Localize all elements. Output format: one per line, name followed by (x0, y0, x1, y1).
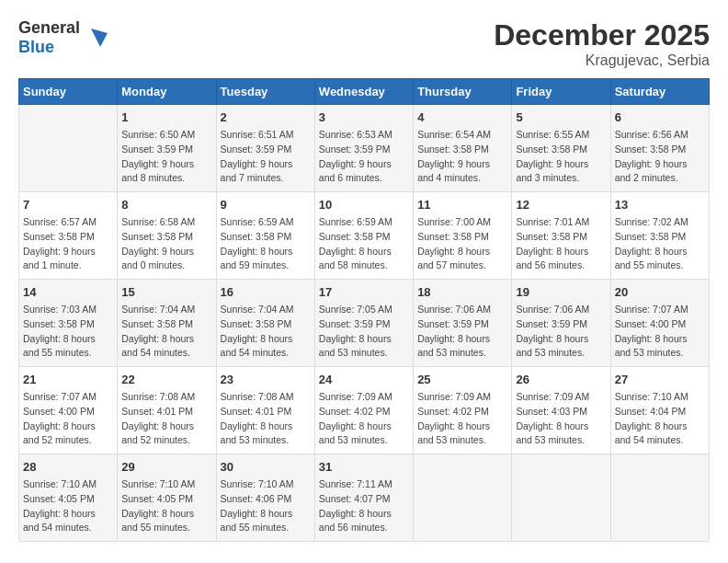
day-number: 15 (121, 285, 211, 299)
calendar-cell: 29Sunrise: 7:10 AMSunset: 4:05 PMDayligh… (118, 454, 216, 542)
calendar-cell: 22Sunrise: 7:08 AMSunset: 4:01 PMDayligh… (118, 367, 216, 454)
day-number: 1 (121, 110, 211, 124)
calendar-cell (512, 454, 610, 542)
calendar-cell: 12Sunrise: 7:01 AMSunset: 3:58 PMDayligh… (512, 192, 610, 280)
day-info: Sunrise: 6:59 AMSunset: 3:58 PMDaylight:… (319, 215, 409, 273)
day-info: Sunrise: 6:53 AMSunset: 3:59 PMDaylight:… (319, 128, 409, 186)
calendar-cell: 26Sunrise: 7:09 AMSunset: 4:03 PMDayligh… (512, 367, 610, 454)
day-number: 28 (23, 460, 113, 474)
day-info: Sunrise: 6:55 AMSunset: 3:58 PMDaylight:… (516, 128, 606, 186)
day-number: 16 (221, 285, 311, 299)
calendar-cell: 30Sunrise: 7:10 AMSunset: 4:06 PMDayligh… (216, 454, 314, 542)
day-number: 5 (516, 110, 606, 124)
calendar-week-2: 7Sunrise: 6:57 AMSunset: 3:58 PMDaylight… (19, 192, 710, 280)
calendar-cell: 28Sunrise: 7:10 AMSunset: 4:05 PMDayligh… (19, 454, 118, 542)
day-info: Sunrise: 6:51 AMSunset: 3:59 PMDaylight:… (221, 128, 311, 186)
day-number: 12 (516, 198, 606, 212)
day-info: Sunrise: 7:10 AMSunset: 4:05 PMDaylight:… (23, 477, 113, 535)
day-info: Sunrise: 7:09 AMSunset: 4:02 PMDaylight:… (417, 390, 507, 448)
header-day-monday: Monday (118, 79, 216, 105)
calendar-week-3: 14Sunrise: 7:03 AMSunset: 3:58 PMDayligh… (19, 280, 710, 367)
calendar-cell (610, 454, 709, 542)
calendar-header-row: SundayMondayTuesdayWednesdayThursdayFrid… (19, 79, 710, 105)
day-number: 17 (319, 285, 409, 299)
day-number: 20 (615, 285, 705, 299)
calendar-cell: 10Sunrise: 6:59 AMSunset: 3:58 PMDayligh… (314, 192, 413, 280)
calendar-cell: 1Sunrise: 6:50 AMSunset: 3:59 PMDaylight… (118, 105, 216, 192)
day-info: Sunrise: 6:56 AMSunset: 3:58 PMDaylight:… (615, 128, 705, 186)
day-number: 27 (615, 373, 705, 386)
day-info: Sunrise: 7:10 AMSunset: 4:05 PMDaylight:… (121, 477, 211, 535)
day-info: Sunrise: 7:01 AMSunset: 3:58 PMDaylight:… (516, 215, 606, 273)
calendar-cell: 6Sunrise: 6:56 AMSunset: 3:58 PMDaylight… (610, 105, 709, 192)
day-info: Sunrise: 7:07 AMSunset: 4:00 PMDaylight:… (615, 303, 705, 361)
day-info: Sunrise: 7:10 AMSunset: 4:04 PMDaylight:… (615, 390, 705, 448)
day-number: 10 (319, 198, 409, 212)
day-number: 30 (221, 460, 311, 474)
calendar-cell: 24Sunrise: 7:09 AMSunset: 4:02 PMDayligh… (314, 367, 413, 454)
logo-icon (82, 24, 109, 52)
day-number: 23 (221, 373, 311, 386)
day-info: Sunrise: 6:58 AMSunset: 3:58 PMDaylight:… (121, 215, 211, 273)
day-info: Sunrise: 7:03 AMSunset: 3:58 PMDaylight:… (23, 303, 113, 361)
calendar-cell (414, 454, 512, 542)
day-info: Sunrise: 7:06 AMSunset: 3:59 PMDaylight:… (417, 303, 507, 361)
day-number: 6 (615, 110, 705, 124)
day-info: Sunrise: 6:59 AMSunset: 3:58 PMDaylight:… (221, 215, 311, 273)
calendar-cell: 3Sunrise: 6:53 AMSunset: 3:59 PMDaylight… (314, 105, 413, 192)
calendar-cell: 25Sunrise: 7:09 AMSunset: 4:02 PMDayligh… (414, 367, 512, 454)
calendar-cell: 7Sunrise: 6:57 AMSunset: 3:58 PMDaylight… (19, 192, 118, 280)
day-info: Sunrise: 7:05 AMSunset: 3:59 PMDaylight:… (319, 303, 409, 361)
day-info: Sunrise: 7:10 AMSunset: 4:06 PMDaylight:… (221, 477, 311, 535)
calendar-cell: 17Sunrise: 7:05 AMSunset: 3:59 PMDayligh… (314, 280, 413, 367)
day-number: 14 (23, 285, 113, 299)
day-number: 4 (417, 110, 507, 124)
day-info: Sunrise: 7:06 AMSunset: 3:59 PMDaylight:… (516, 303, 606, 361)
day-info: Sunrise: 7:04 AMSunset: 3:58 PMDaylight:… (221, 303, 311, 361)
header-day-friday: Friday (512, 79, 610, 105)
day-number: 11 (417, 198, 507, 212)
header-day-thursday: Thursday (414, 79, 512, 105)
calendar-week-4: 21Sunrise: 7:07 AMSunset: 4:00 PMDayligh… (19, 367, 710, 454)
day-number: 3 (319, 110, 409, 124)
calendar-cell: 31Sunrise: 7:11 AMSunset: 4:07 PMDayligh… (314, 454, 413, 542)
calendar-cell: 2Sunrise: 6:51 AMSunset: 3:59 PMDaylight… (216, 105, 314, 192)
day-info: Sunrise: 7:08 AMSunset: 4:01 PMDaylight:… (221, 390, 311, 448)
day-number: 9 (221, 198, 311, 212)
calendar-cell: 11Sunrise: 7:00 AMSunset: 3:58 PMDayligh… (414, 192, 512, 280)
calendar-cell: 4Sunrise: 6:54 AMSunset: 3:58 PMDaylight… (414, 105, 512, 192)
day-info: Sunrise: 6:57 AMSunset: 3:58 PMDaylight:… (23, 215, 113, 273)
logo-blue: Blue (18, 38, 54, 56)
day-number: 18 (417, 285, 507, 299)
calendar-cell: 23Sunrise: 7:08 AMSunset: 4:01 PMDayligh… (216, 367, 314, 454)
calendar-table: SundayMondayTuesdayWednesdayThursdayFrid… (18, 78, 710, 542)
header-day-sunday: Sunday (19, 79, 118, 105)
logo-general: General (18, 18, 80, 37)
logo-text: General Blue (18, 18, 80, 57)
calendar-cell: 16Sunrise: 7:04 AMSunset: 3:58 PMDayligh… (216, 280, 314, 367)
day-number: 31 (319, 460, 409, 474)
header-day-wednesday: Wednesday (314, 79, 413, 105)
day-info: Sunrise: 7:09 AMSunset: 4:03 PMDaylight:… (516, 390, 606, 448)
calendar-cell: 8Sunrise: 6:58 AMSunset: 3:58 PMDaylight… (118, 192, 216, 280)
day-info: Sunrise: 7:00 AMSunset: 3:58 PMDaylight:… (417, 215, 507, 273)
day-info: Sunrise: 7:08 AMSunset: 4:01 PMDaylight:… (121, 390, 211, 448)
day-number: 19 (516, 285, 606, 299)
day-number: 21 (23, 373, 113, 386)
calendar-cell: 21Sunrise: 7:07 AMSunset: 4:00 PMDayligh… (19, 367, 118, 454)
day-info: Sunrise: 7:07 AMSunset: 4:00 PMDaylight:… (23, 390, 113, 448)
day-info: Sunrise: 7:02 AMSunset: 3:58 PMDaylight:… (615, 215, 705, 273)
calendar-cell: 15Sunrise: 7:04 AMSunset: 3:58 PMDayligh… (118, 280, 216, 367)
day-info: Sunrise: 7:04 AMSunset: 3:58 PMDaylight:… (121, 303, 211, 361)
day-number: 25 (417, 373, 507, 386)
day-number: 2 (221, 110, 311, 124)
day-number: 13 (615, 198, 705, 212)
calendar-cell: 13Sunrise: 7:02 AMSunset: 3:58 PMDayligh… (610, 192, 709, 280)
day-number: 22 (121, 373, 211, 386)
logo: General Blue (18, 18, 109, 57)
calendar-cell: 20Sunrise: 7:07 AMSunset: 4:00 PMDayligh… (610, 280, 709, 367)
svg-marker-0 (91, 29, 108, 47)
calendar-cell: 18Sunrise: 7:06 AMSunset: 3:59 PMDayligh… (414, 280, 512, 367)
day-number: 7 (23, 198, 113, 212)
page-header: General Blue December 2025 Kragujevac, S… (18, 18, 710, 69)
